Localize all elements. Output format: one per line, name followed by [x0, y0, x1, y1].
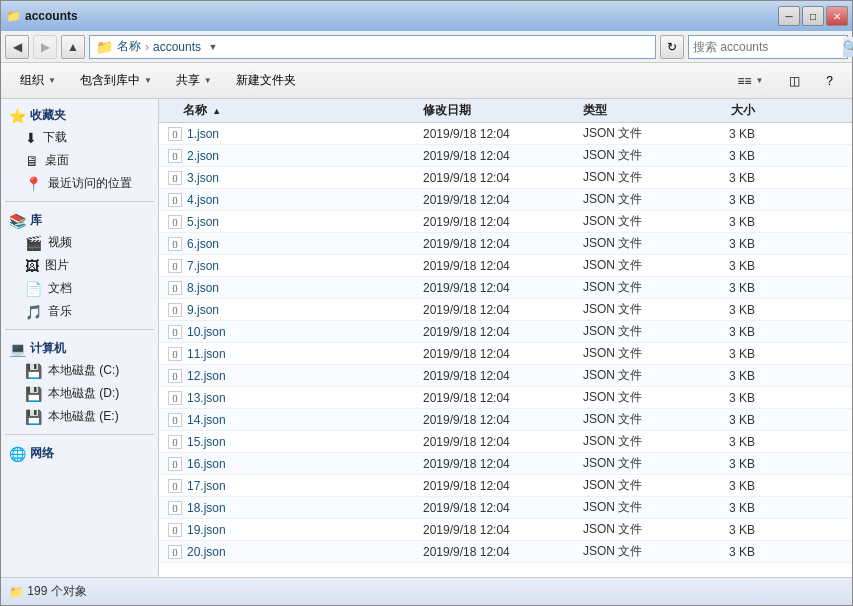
col-size-label: 大小 [731, 103, 755, 117]
file-row[interactable]: {} 3.json 2019/9/18 12:04 JSON 文件 3 KB [159, 167, 852, 189]
sidebar-item-downloads[interactable]: ⬇ 下载 [1, 126, 158, 149]
sidebar-item-documents[interactable]: 📄 文档 [1, 277, 158, 300]
drive-d-icon: 💾 [25, 386, 42, 402]
file-row[interactable]: {} 5.json 2019/9/18 12:04 JSON 文件 3 KB [159, 211, 852, 233]
sidebar-item-recent[interactable]: 📍 最近访问的位置 [1, 172, 158, 195]
file-icon: {} [167, 280, 183, 296]
search-input[interactable] [693, 40, 843, 54]
col-header-type[interactable]: 类型 [583, 102, 683, 119]
file-row[interactable]: {} 2.json 2019/9/18 12:04 JSON 文件 3 KB [159, 145, 852, 167]
library-icon: 📚 [9, 213, 26, 229]
documents-icon: 📄 [25, 281, 42, 297]
organize-button[interactable]: 组织 ▼ [9, 67, 67, 95]
file-size: 3 KB [683, 479, 763, 493]
file-row[interactable]: {} 4.json 2019/9/18 12:04 JSON 文件 3 KB [159, 189, 852, 211]
sidebar-item-drive-c[interactable]: 💾 本地磁盘 (C:) [1, 359, 158, 382]
share-button[interactable]: 共享 ▼ [165, 67, 223, 95]
file-type: JSON 文件 [583, 499, 683, 516]
file-row[interactable]: {} 20.json 2019/9/18 12:04 JSON 文件 3 KB [159, 541, 852, 563]
search-button[interactable]: 🔍 [843, 37, 853, 57]
file-row[interactable]: {} 11.json 2019/9/18 12:04 JSON 文件 3 KB [159, 343, 852, 365]
file-name: 17.json [187, 479, 423, 493]
file-row[interactable]: {} 10.json 2019/9/18 12:04 JSON 文件 3 KB [159, 321, 852, 343]
file-row[interactable]: {} 12.json 2019/9/18 12:04 JSON 文件 3 KB [159, 365, 852, 387]
file-date: 2019/9/18 12:04 [423, 149, 583, 163]
help-button[interactable]: ? [815, 67, 844, 95]
search-box[interactable]: 🔍 [688, 35, 848, 59]
sidebar-item-video[interactable]: 🎬 视频 [1, 231, 158, 254]
file-name: 1.json [187, 127, 423, 141]
file-name: 15.json [187, 435, 423, 449]
refresh-button[interactable]: ↻ [660, 35, 684, 59]
file-row[interactable]: {} 8.json 2019/9/18 12:04 JSON 文件 3 KB [159, 277, 852, 299]
share-label: 共享 [176, 72, 200, 89]
path-crumb-root[interactable]: 名称 [117, 38, 141, 55]
file-date: 2019/9/18 12:04 [423, 127, 583, 141]
file-icon: {} [167, 324, 183, 340]
file-date: 2019/9/18 12:04 [423, 413, 583, 427]
sidebar-item-music[interactable]: 🎵 音乐 [1, 300, 158, 323]
file-name: 10.json [187, 325, 423, 339]
file-name: 5.json [187, 215, 423, 229]
sidebar-item-drive-d[interactable]: 💾 本地磁盘 (D:) [1, 382, 158, 405]
back-button[interactable]: ◀ [5, 35, 29, 59]
json-file-icon: {} [168, 391, 182, 405]
include-library-button[interactable]: 包含到库中 ▼ [69, 67, 163, 95]
file-row[interactable]: {} 17.json 2019/9/18 12:04 JSON 文件 3 KB [159, 475, 852, 497]
file-row[interactable]: {} 1.json 2019/9/18 12:04 JSON 文件 3 KB [159, 123, 852, 145]
file-size: 3 KB [683, 435, 763, 449]
file-size: 3 KB [683, 215, 763, 229]
favorites-label: 收藏夹 [30, 107, 66, 124]
sidebar-item-desktop[interactable]: 🖥 桌面 [1, 149, 158, 172]
file-area: 名称 ▲ 修改日期 类型 大小 {} 1.json [159, 99, 852, 577]
close-button[interactable]: ✕ [826, 6, 848, 26]
file-row[interactable]: {} 19.json 2019/9/18 12:04 JSON 文件 3 KB [159, 519, 852, 541]
col-header-name[interactable]: 名称 ▲ [163, 102, 423, 119]
forward-button[interactable]: ▶ [33, 35, 57, 59]
view-button[interactable]: ≡≡ ▼ [726, 67, 774, 95]
file-row[interactable]: {} 9.json 2019/9/18 12:04 JSON 文件 3 KB [159, 299, 852, 321]
file-row[interactable]: {} 13.json 2019/9/18 12:04 JSON 文件 3 KB [159, 387, 852, 409]
file-date: 2019/9/18 12:04 [423, 281, 583, 295]
sidebar-item-label: 本地磁盘 (C:) [48, 362, 119, 379]
library-label: 库 [30, 212, 42, 229]
file-date: 2019/9/18 12:04 [423, 391, 583, 405]
json-file-icon: {} [168, 149, 182, 163]
file-row[interactable]: {} 18.json 2019/9/18 12:04 JSON 文件 3 KB [159, 497, 852, 519]
sidebar-item-label: 最近访问的位置 [48, 175, 132, 192]
path-crumb-accounts[interactable]: accounts [153, 40, 201, 54]
sidebar-item-pictures[interactable]: 🖼 图片 [1, 254, 158, 277]
preview-button[interactable]: ◫ [778, 67, 811, 95]
json-file-icon: {} [168, 215, 182, 229]
col-header-size[interactable]: 大小 [683, 102, 763, 119]
sidebar-item-drive-e[interactable]: 💾 本地磁盘 (E:) [1, 405, 158, 428]
file-row[interactable]: {} 6.json 2019/9/18 12:04 JSON 文件 3 KB [159, 233, 852, 255]
new-folder-button[interactable]: 新建文件夹 [225, 67, 307, 95]
file-date: 2019/9/18 12:04 [423, 237, 583, 251]
col-header-date[interactable]: 修改日期 [423, 102, 583, 119]
json-file-icon: {} [168, 237, 182, 251]
video-icon: 🎬 [25, 235, 42, 251]
file-date: 2019/9/18 12:04 [423, 457, 583, 471]
include-label: 包含到库中 [80, 72, 140, 89]
up-button[interactable]: ▲ [61, 35, 85, 59]
path-dropdown-arrow[interactable]: ▼ [205, 35, 221, 59]
file-type: JSON 文件 [583, 125, 683, 142]
title-bar-icon: 📁 [5, 8, 21, 24]
toolbar-right: ≡≡ ▼ ◫ ? [726, 67, 844, 95]
view-icon: ≡≡ [737, 74, 751, 88]
address-path[interactable]: 📁 名称 › accounts ▼ [89, 35, 656, 59]
file-row[interactable]: {} 15.json 2019/9/18 12:04 JSON 文件 3 KB [159, 431, 852, 453]
maximize-button[interactable]: □ [802, 6, 824, 26]
json-file-icon: {} [168, 303, 182, 317]
file-icon: {} [167, 456, 183, 472]
sidebar-item-label: 桌面 [45, 152, 69, 169]
json-file-icon: {} [168, 413, 182, 427]
file-name: 19.json [187, 523, 423, 537]
file-row[interactable]: {} 7.json 2019/9/18 12:04 JSON 文件 3 KB [159, 255, 852, 277]
file-date: 2019/9/18 12:04 [423, 215, 583, 229]
minimize-button[interactable]: ─ [778, 6, 800, 26]
recent-icon: 📍 [25, 176, 42, 192]
file-row[interactable]: {} 16.json 2019/9/18 12:04 JSON 文件 3 KB [159, 453, 852, 475]
file-row[interactable]: {} 14.json 2019/9/18 12:04 JSON 文件 3 KB [159, 409, 852, 431]
